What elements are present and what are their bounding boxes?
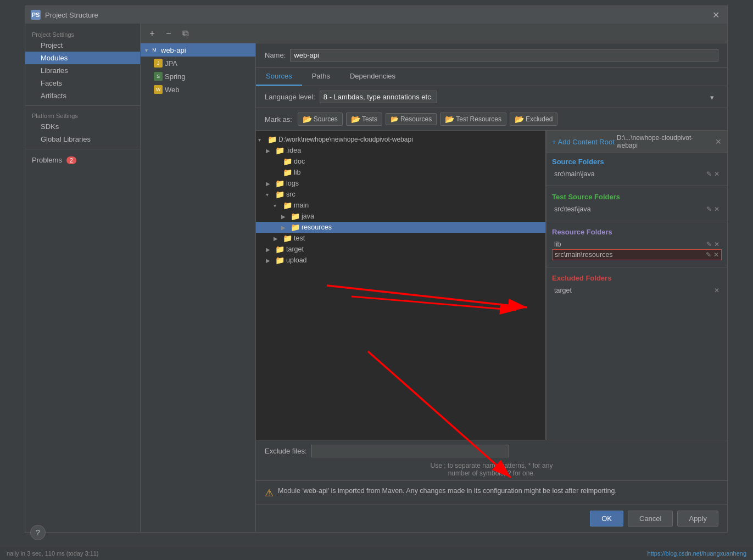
sidebar-item-global-libraries[interactable]: Global Libraries <box>25 133 140 145</box>
chevron-right-icon: ▶ <box>266 148 274 154</box>
apply-button[interactable]: Apply <box>677 511 718 527</box>
tree-item-doc[interactable]: 📁 doc <box>256 156 545 167</box>
ok-button[interactable]: OK <box>590 511 623 527</box>
chevron-down-icon: ▾ <box>258 137 266 143</box>
remove-button[interactable]: − <box>161 26 176 41</box>
right-panel-header: + Add Content Root D:\...\newhope-cloudp… <box>546 131 727 153</box>
language-level-select-wrapper: 8 - Lambdas, type annotations etc. <box>320 91 718 103</box>
chevron-down-icon: ▾ <box>145 47 148 53</box>
tree-item-resources[interactable]: ▶ 📁 resources <box>256 222 545 233</box>
tree-label-logs: logs <box>286 180 299 187</box>
module-list: ▾ M web-api J JPA S Spring W Web <box>141 43 256 532</box>
exclude-files-input[interactable] <box>311 445 509 457</box>
sidebar-item-libraries[interactable]: Libraries <box>25 64 140 77</box>
language-level-select[interactable]: 8 - Lambdas, type annotations etc. <box>320 91 437 103</box>
title-bar: PS Project Structure ✕ <box>25 6 727 24</box>
test-folder-actions: ✎ ✕ <box>706 205 719 213</box>
source-folder-actions: ✎ ✕ <box>706 170 719 178</box>
tree-item-main[interactable]: ▾ 📁 main <box>256 200 545 211</box>
resource-folders-section: Resource Folders lib ✎ ✕ <box>546 223 727 265</box>
warning-row: ⚠ Module 'web-api' is imported from Mave… <box>256 480 727 505</box>
tree-item-test[interactable]: ▶ 📁 test <box>256 233 545 244</box>
excluded-folder-row-target: target ✕ <box>552 285 722 295</box>
divider-2 <box>546 221 727 221</box>
tree-item-root[interactable]: ▾ 📁 D:\work\newhope\newhope-cloudpivot-w… <box>256 134 545 145</box>
tree-item-lib[interactable]: 📁 lib <box>256 167 545 178</box>
sidebar-item-artifacts[interactable]: Artifacts <box>25 89 140 102</box>
tab-paths[interactable]: Paths <box>302 68 340 86</box>
module-item-jpa[interactable]: J JPA <box>141 57 255 70</box>
module-item-spring[interactable]: S Spring <box>141 70 255 83</box>
mark-tests-button[interactable]: 📂 Tests <box>346 113 382 126</box>
module-item-web-api[interactable]: ▾ M web-api <box>141 43 255 57</box>
remove-main-resources-icon[interactable]: ✕ <box>713 251 719 259</box>
main-folder-icon: 📁 <box>283 201 292 210</box>
chevron-down-icon: ▾ <box>266 192 274 198</box>
sources-middle: ▾ 📁 D:\work\newhope\newhope-cloudpivot-w… <box>256 131 727 440</box>
resources-folder-icon: 📂 <box>391 115 399 123</box>
chevron-down-icon: ▾ <box>274 203 281 209</box>
language-level-label: Language level: <box>265 93 315 101</box>
resource-folder-row-main-resources: src\main\resources ✎ ✕ <box>552 249 722 260</box>
tree-label-lib: lib <box>294 169 301 176</box>
copy-button[interactable]: ⧉ <box>178 26 192 41</box>
exclude-files-row: Exclude files: <box>256 440 727 462</box>
app-icon: PS <box>31 10 41 20</box>
cancel-button[interactable]: Cancel <box>628 511 673 527</box>
sources-folder-icon: 📂 <box>303 115 312 124</box>
sidebar-item-modules[interactable]: Modules <box>25 52 140 64</box>
right-panel-path: D:\...\newhope-cloudpivot-webapi <box>617 134 713 149</box>
test-resources-folder-icon: 📂 <box>445 115 454 124</box>
mark-excluded-button[interactable]: 📂 Excluded <box>510 113 557 126</box>
upload-folder-icon: 📁 <box>275 256 285 265</box>
remove-lib-icon[interactable]: ✕ <box>714 240 719 248</box>
module-icon-web: W <box>154 85 163 94</box>
right-panel-close-icon[interactable]: ✕ <box>715 137 722 146</box>
logs-folder-icon: 📁 <box>275 179 285 188</box>
tree-item-idea[interactable]: ▶ 📁 .idea <box>256 145 545 156</box>
problems-badge: 2 <box>66 156 76 164</box>
sidebar-item-project[interactable]: Project <box>25 39 140 52</box>
status-url: https://blog.csdn.net/huangxuanheng <box>648 550 746 557</box>
excluded-folders-title: Excluded Folders <box>552 274 722 282</box>
platform-settings-label: Platform Settings <box>25 109 140 120</box>
add-content-root-button[interactable]: + Add Content Root <box>552 138 615 146</box>
sidebar-item-sdks[interactable]: SDKs <box>25 120 140 133</box>
tab-dependencies[interactable]: Dependencies <box>340 68 405 86</box>
name-input[interactable] <box>290 49 718 61</box>
remove-excluded-icon[interactable]: ✕ <box>714 287 719 294</box>
tabs: Sources Paths Dependencies <box>256 68 727 86</box>
mark-resources-button[interactable]: 📂 Resources <box>386 113 437 125</box>
module-item-web[interactable]: W Web <box>141 83 255 96</box>
window-title: Project Structure <box>45 11 710 19</box>
edit-main-resources-icon[interactable]: ✎ <box>706 251 711 259</box>
edit-test-folder-icon[interactable]: ✎ <box>706 205 712 213</box>
problems-bar[interactable]: Problems 2 <box>25 153 140 167</box>
tree-item-src[interactable]: ▾ 📁 src <box>256 189 545 200</box>
test-source-folder-row: src\test\java ✎ ✕ <box>552 204 722 214</box>
test-source-folders-section: Test Source Folders src\test\java ✎ ✕ <box>546 188 727 219</box>
tree-label-resources: resources <box>302 223 332 231</box>
tree-item-upload[interactable]: ▶ 📁 upload <box>256 255 545 266</box>
module-icon: M <box>150 46 159 54</box>
help-button[interactable]: ? <box>30 525 46 540</box>
tab-sources[interactable]: Sources <box>256 68 302 86</box>
tree-item-target[interactable]: ▶ 📁 target <box>256 244 545 255</box>
mark-test-resources-button[interactable]: 📂 Test Resources <box>440 113 506 126</box>
divider-1 <box>546 186 727 186</box>
tree-item-logs[interactable]: ▶ 📁 logs <box>256 178 545 189</box>
module-icon-spring: S <box>154 72 163 81</box>
main-content: Name: Sources Paths Dependencies <box>256 43 727 532</box>
remove-test-folder-icon[interactable]: ✕ <box>714 205 719 213</box>
close-button[interactable]: ✕ <box>710 10 722 20</box>
divider-3 <box>546 267 727 267</box>
sidebar-item-facets[interactable]: Facets <box>25 77 140 89</box>
tree-item-java[interactable]: ▶ 📁 java <box>256 211 545 222</box>
chevron-right-icon: ▶ <box>266 247 274 253</box>
add-button[interactable]: + <box>145 26 159 41</box>
edit-source-folder-icon[interactable]: ✎ <box>706 170 712 178</box>
mark-sources-button[interactable]: 📂 Sources <box>298 113 343 126</box>
edit-lib-icon[interactable]: ✎ <box>706 240 712 248</box>
remove-source-folder-icon[interactable]: ✕ <box>714 170 719 178</box>
tree-label-target: target <box>286 245 304 253</box>
